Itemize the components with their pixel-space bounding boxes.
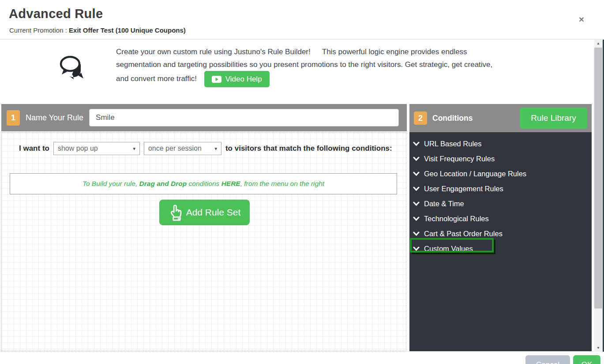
frequency-select-value: once per session — [148, 145, 202, 152]
rule-library-button[interactable]: Rule Library — [520, 108, 587, 129]
condition-label: Custom Values — [424, 245, 473, 253]
drag-drop-zone[interactable]: To Build your rule, Drag and Drop condit… — [10, 173, 397, 194]
condition-item-technological-rules[interactable]: Technological Rules — [409, 211, 592, 226]
dropzone-text: , from the menu on the right — [240, 180, 324, 188]
condition-item-geo-location-language-rules[interactable]: Geo Location / Language Rules — [409, 166, 592, 181]
name-rule-bar: 1 Name Your Rule — [1, 104, 407, 131]
condition-label: Date & Time — [424, 200, 464, 208]
conditions-header: 2 Conditions Rule Library — [409, 104, 592, 132]
intro-description: Create your own custom rule using Justun… — [116, 45, 540, 87]
dropzone-text: To Build your rule, — [83, 180, 139, 188]
intro-line1a: Create your own custom rule using Justun… — [116, 48, 311, 56]
frequency-select[interactable]: once per session ▾ — [144, 142, 221, 155]
scroll-down-icon[interactable]: ▼ — [594, 344, 602, 351]
step-1-badge: 1 — [7, 110, 20, 126]
modal-header: Advanced Rule Current Promotion : Exit O… — [0, 0, 604, 40]
hand-pointer-icon — [169, 204, 184, 221]
dropzone-text: conditions — [187, 180, 221, 188]
rule-builder-canvas: I want to show pop up ▾ once per session… — [1, 132, 406, 351]
condition-label: Geo Location / Language Rules — [424, 170, 526, 178]
intro-line3: and convert more traffic! — [116, 74, 197, 83]
action-select-value: show pop up — [58, 145, 98, 152]
cancel-button[interactable]: Cancel — [525, 355, 570, 364]
chevron-down-icon — [413, 171, 420, 176]
sentence-suffix: to visitors that match the following con… — [225, 144, 392, 153]
chevron-down-icon: ▾ — [133, 146, 135, 152]
play-icon — [212, 76, 221, 83]
ok-button[interactable]: OK — [573, 355, 600, 364]
add-rule-set-label: Add Rule Set — [186, 207, 241, 218]
current-promotion-label: Current Promotion : — [9, 26, 69, 34]
condition-item-cart-past-order-rules[interactable]: Cart & Past Order Rules — [409, 226, 592, 241]
conditions-title: Conditions — [432, 114, 473, 123]
chevron-down-icon: ▾ — [214, 146, 217, 152]
advanced-rule-modal: Advanced Rule Current Promotion : Exit O… — [0, 0, 604, 364]
chevron-down-icon — [413, 216, 420, 221]
condition-item-custom-values[interactable]: Custom Values — [409, 241, 592, 256]
chevron-down-icon — [413, 141, 420, 146]
condition-item-date-time[interactable]: Date & Time — [409, 196, 592, 211]
chevron-down-icon — [413, 201, 420, 206]
chevron-down-icon — [413, 231, 420, 236]
rule-sentence-row: I want to show pop up ▾ once per session… — [19, 142, 392, 155]
condition-label: Cart & Past Order Rules — [424, 230, 503, 238]
intro-line2: segmentation and targeting possibilities… — [116, 60, 492, 69]
current-promotion-value: Exit Offer Test (100 Unique Coupons) — [69, 26, 186, 34]
condition-label: User Engagement Rules — [424, 185, 503, 193]
chat-bubbles-icon — [58, 54, 87, 82]
scrollbar-thumb[interactable] — [594, 48, 602, 308]
vertical-scrollbar[interactable]: ▲ ▼ — [594, 40, 602, 352]
conditions-panel: URL Based Rules Visit Frequency Rules Ge… — [409, 132, 592, 351]
add-rule-set-button[interactable]: Add Rule Set — [159, 200, 250, 225]
dropzone-text-bold: Drag and Drop — [139, 180, 187, 188]
step-2-badge: 2 — [414, 111, 427, 125]
condition-label: Technological Rules — [424, 215, 489, 223]
page-title: Advanced Rule — [9, 7, 103, 21]
footer-divider — [0, 351, 594, 352]
scroll-up-icon[interactable]: ▲ — [594, 40, 602, 47]
condition-label: URL Based Rules — [424, 140, 482, 148]
video-help-button[interactable]: Video Help — [204, 71, 270, 87]
chevron-down-icon — [413, 246, 420, 251]
rule-name-input[interactable] — [89, 109, 399, 126]
intro-line1b: This powerful logic engine provides endl… — [322, 48, 467, 56]
sentence-prefix: I want to — [19, 144, 49, 153]
name-rule-label: Name Your Rule — [26, 113, 83, 123]
condition-item-url-based-rules[interactable]: URL Based Rules — [409, 136, 592, 151]
dropzone-text-bold: HERE — [221, 180, 240, 188]
condition-label: Visit Frequency Rules — [424, 155, 495, 163]
condition-item-user-engagement-rules[interactable]: User Engagement Rules — [409, 181, 592, 196]
condition-item-visit-frequency-rules[interactable]: Visit Frequency Rules — [409, 151, 592, 166]
close-icon[interactable]: × — [575, 13, 588, 26]
current-promotion: Current Promotion : Exit Offer Test (100… — [9, 26, 186, 34]
action-select[interactable]: show pop up ▾ — [53, 142, 140, 155]
chevron-down-icon — [413, 186, 420, 191]
video-help-label: Video Help — [225, 75, 262, 84]
chevron-down-icon — [413, 156, 420, 161]
